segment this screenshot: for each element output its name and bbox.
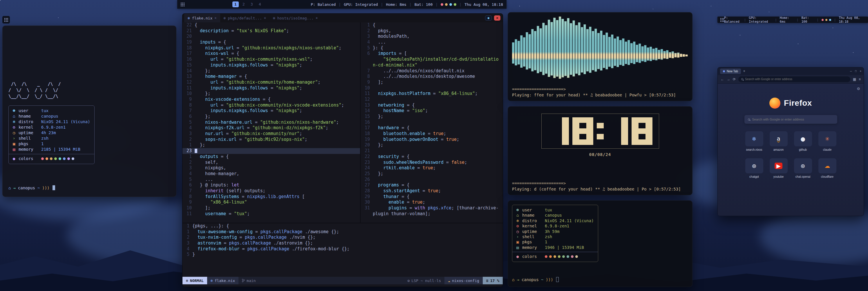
palette-icon: ● [13, 156, 19, 162]
separator: | [797, 18, 799, 22]
separator: | [775, 18, 777, 22]
ascii-art: /\ /\ _ /\ / / \/ \ / \ / \/ \__/\__/ \_… [8, 81, 170, 99]
volume-icon[interactable] [825, 19, 827, 21]
progress-label: 17 % [490, 279, 499, 283]
mode-label: NORMAL [190, 279, 204, 283]
firefox-navbar: ← → ⟳ ▦ ≡ [718, 75, 864, 84]
shortcut-tile[interactable]: aamazon [770, 131, 788, 151]
back-icon[interactable]: ← [721, 77, 724, 81]
code-line: 6 } @ inputs: let [183, 182, 360, 188]
desktop: 1234 P: Balanced|GPU: Integrated|Home: 8… [0, 0, 868, 291]
progress-arrow: =====================> [512, 86, 688, 92]
cloudflare-icon: ☁ [825, 163, 830, 169]
git-branch-icon [242, 279, 245, 282]
shortcut-tile[interactable]: ●github [794, 131, 812, 151]
fetch-row: ⚙kernel6.9.8-zen1 [517, 223, 594, 229]
workspace-list: 1234 [232, 1, 263, 7]
prompt-path: ~ [37, 185, 40, 190]
line-number: 22 [361, 154, 373, 160]
network-icon[interactable] [450, 3, 452, 6]
close-icon[interactable]: × [494, 16, 500, 21]
editor-tab[interactable]: ❄hosts/isoImag...× [270, 13, 321, 22]
shortcut-tile[interactable]: ✳claude [818, 131, 836, 151]
apps-launcher-icon[interactable] [720, 18, 724, 22]
pane-pkgs-default[interactable]: 1{pkgs, ...}: {1 tux-awesome-wm-config =… [183, 223, 503, 277]
line-number: 15 [361, 114, 373, 120]
workspace-button[interactable]: 2 [241, 1, 247, 7]
fetch-row: ❄distroNixOS 24.11 (Vicuna) [13, 119, 90, 124]
clock-digit [548, 117, 569, 145]
code-line: 19 inputs = { [183, 39, 360, 45]
command-line [183, 284, 503, 287]
code-line: 10 }; [183, 91, 360, 97]
browser-tab[interactable]: New Tab [720, 68, 741, 74]
cursor [195, 149, 197, 153]
shortcut-tile[interactable]: ⊛chatgpt [745, 158, 763, 178]
apps-launcher-icon[interactable] [181, 3, 185, 6]
forward-icon[interactable]: → [727, 77, 730, 81]
pane-iso-image[interactable]: 1{2 pkgs,3 modulesPath,4 ...5}: {6 impor… [360, 22, 503, 223]
separator: | [744, 18, 746, 22]
code-line: 2 sops-nix.url = "github:Mic92/sops-nix"… [183, 137, 360, 143]
pane-flake-nix[interactable]: 22{21 description = "tux's NixOS Flake";… [183, 22, 360, 223]
distro-icon: ❄ [13, 119, 19, 124]
refresh-icon[interactable]: ⟳ [733, 77, 736, 81]
code-line: 4 ... [361, 39, 503, 45]
line-number: 2 [183, 235, 192, 240]
mini-launcher-tile[interactable] [2, 16, 10, 24]
shortcut-tile[interactable]: ⊛chat.openai [794, 158, 812, 178]
eye-icon[interactable]: ◉ [485, 16, 492, 21]
line-number: 18 [361, 131, 373, 137]
network-icon[interactable] [829, 19, 831, 21]
settings-gear-icon[interactable]: ⚙ [857, 87, 860, 91]
code-line: 29 thunar = { [361, 194, 503, 200]
shortcut-tile[interactable]: ☁cloudflare [818, 158, 836, 178]
record-icon[interactable] [822, 19, 824, 21]
shortcut-tile[interactable]: ❄search.nixos [745, 131, 763, 151]
extensions-icon[interactable]: ▦ [853, 77, 856, 81]
address-bar[interactable] [738, 77, 850, 82]
memory-icon: ▤ [517, 245, 522, 250]
new-tab-button[interactable]: + [743, 69, 745, 73]
fetch-row: ▣pkgs1 [517, 239, 594, 244]
line-number: 14 [183, 68, 195, 74]
tab-close-icon[interactable]: × [264, 16, 266, 20]
packages-icon: ▣ [517, 239, 522, 244]
editor-tab[interactable]: ❄flake.nix× [184, 13, 220, 22]
maximize-icon[interactable]: □ [855, 70, 857, 72]
bar-clock: Thu Aug 08, 18:18 [839, 16, 865, 24]
fetch-value: 1946 | 15394 MiB [545, 245, 584, 250]
tab-close-icon[interactable]: × [316, 16, 318, 20]
workspace-button[interactable]: 3 [249, 1, 255, 7]
workspace-button[interactable]: 4 [257, 1, 263, 7]
minimize-icon[interactable]: ─ [850, 70, 852, 72]
line-number [361, 62, 373, 68]
search.nixos-icon: ❄ [752, 136, 756, 142]
menu-icon[interactable]: ≡ [859, 77, 861, 81]
newtab-search-bar[interactable] [744, 115, 837, 124]
bluetooth-icon[interactable] [454, 3, 456, 6]
tab-close-icon[interactable]: × [214, 16, 216, 20]
address-input[interactable] [745, 78, 847, 81]
line-number: 25 [361, 171, 373, 177]
wallpaper-cloud [760, 209, 868, 264]
search-input[interactable] [752, 118, 834, 121]
editor-tab[interactable]: ❄pkgs/default...× [220, 13, 270, 22]
tile-label: github [799, 148, 807, 151]
shortcut-tile[interactable]: ▶youtube [770, 158, 788, 178]
workspace-button[interactable]: 1 [232, 1, 239, 7]
record-icon[interactable] [441, 3, 443, 6]
code-line: 23 [183, 148, 360, 154]
code-line: 9 ]; [361, 80, 503, 85]
project-label: nixos-config [452, 279, 479, 283]
code-line: 19 bluetooth.powerOnBoot = true; [361, 137, 503, 143]
uptime-icon: ◷ [13, 130, 19, 136]
gear-icon: ⚙ [408, 279, 410, 283]
close-icon[interactable]: × [860, 70, 861, 72]
line-number: 13 [361, 103, 373, 108]
code-line: 14 }; [183, 68, 360, 74]
line-number: 29 [361, 194, 373, 200]
line-number: 1 [183, 154, 195, 160]
cloud-icon: ☁ [448, 279, 450, 283]
volume-icon[interactable] [445, 3, 447, 6]
